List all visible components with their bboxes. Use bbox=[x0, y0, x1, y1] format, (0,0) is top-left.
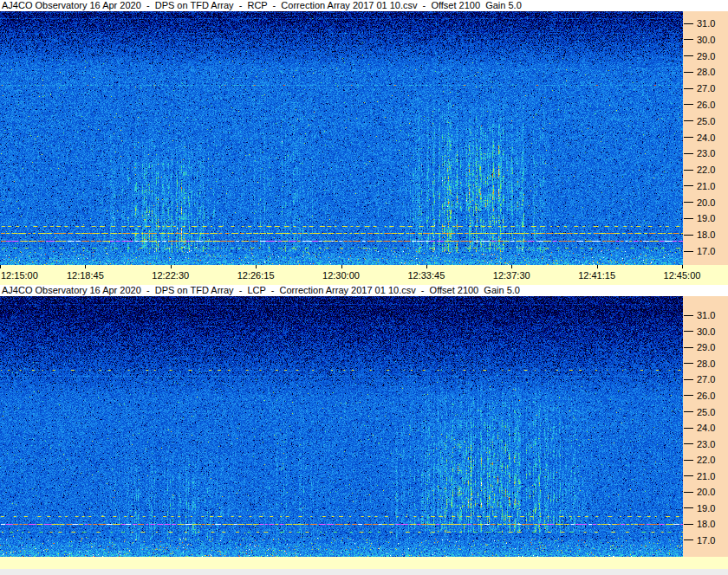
panel-lcp-title: AJ4CO Observatory 16 Apr 2020 - DPS on T… bbox=[0, 285, 728, 296]
freq-tick-label-rcp: 30.0 bbox=[697, 36, 715, 45]
freq-tick-label-rcp: 17.0 bbox=[697, 247, 715, 256]
freq-tick-lcp bbox=[684, 492, 693, 493]
panel-rcp-plot-row: 31.030.029.028.027.026.025.024.023.022.0… bbox=[0, 11, 728, 265]
window-background-strip bbox=[0, 569, 728, 575]
freq-tick-rcp bbox=[684, 235, 693, 236]
freq-tick-label-lcp: 31.0 bbox=[697, 311, 715, 320]
freq-tick-label-rcp: 23.0 bbox=[697, 149, 715, 158]
freq-tick-lcp bbox=[684, 363, 693, 364]
time-tick-label-rcp: 12:26:15 bbox=[230, 271, 282, 281]
freq-tick-rcp bbox=[684, 55, 693, 56]
time-tick-label-rcp: 12:15:00 bbox=[1, 271, 53, 281]
freq-tick-label-lcp: 26.0 bbox=[697, 391, 715, 401]
freq-tick-label-lcp: 23.0 bbox=[697, 440, 715, 449]
freq-tick-label-rcp: 29.0 bbox=[697, 52, 715, 61]
freq-tick-lcp bbox=[684, 411, 693, 412]
time-tick-rcp bbox=[0, 265, 1, 268]
freq-tick-label-lcp: 17.0 bbox=[697, 536, 715, 546]
freq-tick-rcp bbox=[684, 251, 693, 252]
freq-tick-lcp bbox=[684, 539, 693, 540]
time-tick-rcp bbox=[171, 265, 172, 268]
freq-tick-label-lcp: 25.0 bbox=[697, 408, 715, 417]
time-tick-rcp bbox=[682, 265, 683, 268]
freq-tick-label-rcp: 27.0 bbox=[697, 84, 715, 94]
time-tick-label-rcp: 12:45:00 bbox=[656, 271, 708, 281]
freq-tick-rcp bbox=[684, 202, 693, 203]
freq-tick-lcp bbox=[684, 331, 693, 332]
freq-axis-lcp: 31.030.029.028.027.026.025.024.023.022.0… bbox=[683, 296, 728, 557]
freq-tick-label-lcp: 20.0 bbox=[697, 488, 715, 497]
freq-tick-label-rcp: 18.0 bbox=[697, 230, 715, 240]
panel-lcp: AJ4CO Observatory 16 Apr 2020 - DPS on T… bbox=[0, 285, 728, 569]
freq-tick-label-rcp: 21.0 bbox=[697, 182, 715, 191]
time-tick-label-rcp: 12:18:45 bbox=[59, 271, 111, 281]
freq-tick-rcp bbox=[684, 170, 693, 171]
time-tick-rcp bbox=[597, 265, 598, 268]
time-tick-label-rcp: 12:33:45 bbox=[400, 271, 452, 281]
freq-tick-rcp bbox=[684, 218, 693, 219]
freq-tick-lcp bbox=[684, 347, 693, 348]
freq-tick-label-rcp: 24.0 bbox=[697, 133, 715, 143]
panel-rcp-title: AJ4CO Observatory 16 Apr 2020 - DPS on T… bbox=[0, 0, 728, 11]
freq-tick-label-rcp: 20.0 bbox=[697, 198, 715, 208]
time-axis-rcp: 12:15:0012:18:4512:22:3012:26:1512:30:00… bbox=[0, 265, 728, 285]
spectrograph-window: AJ4CO Observatory 16 Apr 2020 - DPS on T… bbox=[0, 0, 728, 575]
freq-tick-lcp bbox=[684, 315, 693, 316]
freq-tick-label-lcp: 21.0 bbox=[697, 472, 715, 481]
time-tick-rcp bbox=[511, 265, 512, 268]
freq-tick-lcp bbox=[684, 460, 693, 461]
spectrogram-rcp bbox=[0, 11, 683, 265]
freq-tick-rcp bbox=[684, 88, 693, 89]
freq-tick-rcp bbox=[684, 185, 693, 186]
freq-tick-label-lcp: 29.0 bbox=[697, 343, 715, 352]
freq-tick-label-lcp: 30.0 bbox=[697, 327, 715, 337]
freq-tick-lcp bbox=[684, 443, 693, 444]
freq-tick-rcp bbox=[684, 39, 693, 40]
time-tick-rcp bbox=[341, 265, 342, 268]
freq-tick-lcp bbox=[684, 475, 693, 476]
freq-tick-lcp bbox=[684, 507, 693, 508]
panel-lcp-plot-row: 31.030.029.028.027.026.025.024.023.022.0… bbox=[0, 296, 728, 557]
freq-tick-label-rcp: 19.0 bbox=[697, 214, 715, 223]
freq-tick-label-rcp: 25.0 bbox=[697, 117, 715, 126]
freq-tick-lcp bbox=[684, 395, 693, 396]
time-tick-label-rcp: 12:22:30 bbox=[145, 271, 197, 281]
freq-tick-label-lcp: 27.0 bbox=[697, 375, 715, 384]
freq-tick-label-lcp: 24.0 bbox=[697, 423, 715, 433]
freq-tick-label-rcp: 26.0 bbox=[697, 100, 715, 110]
freq-tick-label-lcp: 19.0 bbox=[697, 504, 715, 514]
freq-tick-lcp bbox=[684, 379, 693, 380]
freq-tick-label-rcp: 31.0 bbox=[697, 19, 715, 29]
time-axis-lcp bbox=[0, 557, 728, 569]
freq-tick-rcp bbox=[684, 137, 693, 138]
freq-tick-label-lcp: 18.0 bbox=[697, 520, 715, 529]
freq-tick-label-rcp: 22.0 bbox=[697, 165, 715, 175]
time-tick-label-rcp: 12:41:15 bbox=[571, 271, 623, 281]
panel-rcp: AJ4CO Observatory 16 Apr 2020 - DPS on T… bbox=[0, 0, 728, 285]
spectrogram-lcp bbox=[0, 296, 683, 557]
freq-tick-rcp bbox=[684, 120, 693, 121]
freq-tick-lcp bbox=[684, 524, 693, 525]
freq-tick-label-lcp: 22.0 bbox=[697, 455, 715, 465]
freq-tick-rcp bbox=[684, 153, 693, 154]
freq-tick-rcp bbox=[684, 72, 693, 73]
freq-tick-rcp bbox=[684, 104, 693, 105]
time-tick-rcp bbox=[426, 265, 427, 268]
freq-tick-lcp bbox=[684, 428, 693, 429]
time-tick-label-rcp: 12:37:30 bbox=[485, 271, 537, 281]
time-tick-rcp bbox=[256, 265, 257, 268]
freq-tick-label-rcp: 28.0 bbox=[697, 68, 715, 77]
time-tick-label-rcp: 12:30:00 bbox=[315, 271, 367, 281]
freq-tick-label-lcp: 28.0 bbox=[697, 359, 715, 369]
freq-tick-rcp bbox=[684, 23, 693, 24]
freq-axis-rcp: 31.030.029.028.027.026.025.024.023.022.0… bbox=[683, 11, 728, 265]
time-tick-rcp bbox=[85, 265, 86, 268]
